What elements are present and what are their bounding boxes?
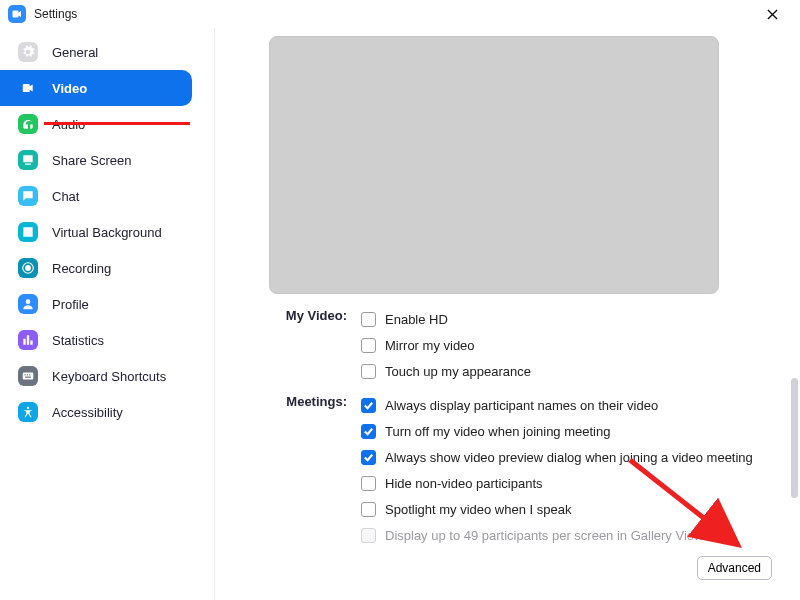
sidebar-item-statistics[interactable]: Statistics bbox=[0, 322, 214, 358]
opt-49-participants: Display up to 49 participants per screen… bbox=[361, 522, 780, 548]
sidebar-item-chat[interactable]: Chat bbox=[0, 178, 214, 214]
advanced-button[interactable]: Advanced bbox=[697, 556, 772, 580]
opt-label: Enable HD bbox=[385, 312, 448, 327]
window-title: Settings bbox=[34, 7, 77, 21]
sidebar-item-label: Recording bbox=[52, 261, 111, 276]
checkbox-unchecked[interactable] bbox=[361, 364, 376, 379]
checkbox-unchecked[interactable] bbox=[361, 502, 376, 517]
group-label: Meetings: bbox=[269, 392, 361, 548]
sidebar-item-video[interactable]: Video bbox=[0, 70, 192, 106]
svg-point-2 bbox=[25, 265, 31, 271]
opt-label: Spotlight my video when I speak bbox=[385, 502, 571, 517]
svg-point-10 bbox=[27, 407, 29, 409]
checkbox-unchecked[interactable] bbox=[361, 312, 376, 327]
svg-rect-6 bbox=[25, 374, 26, 375]
close-button[interactable] bbox=[752, 0, 792, 28]
opt-spotlight-speak[interactable]: Spotlight my video when I speak bbox=[361, 496, 780, 522]
group-meetings: Meetings: Always display participant nam… bbox=[269, 392, 780, 548]
settings-window: Settings General Video Audio Share Scree… bbox=[0, 0, 800, 600]
sidebar-item-virtual-background[interactable]: Virtual Background bbox=[0, 214, 214, 250]
group-my-video: My Video: Enable HD Mirror my video Touc… bbox=[269, 306, 780, 384]
settings-sidebar: General Video Audio Share Screen Chat Vi… bbox=[0, 28, 215, 600]
opt-mirror-video[interactable]: Mirror my video bbox=[361, 332, 780, 358]
opt-hide-non-video[interactable]: Hide non-video participants bbox=[361, 470, 780, 496]
checkbox-checked[interactable] bbox=[361, 398, 376, 413]
checkbox-checked[interactable] bbox=[361, 450, 376, 465]
keyboard-icon bbox=[18, 366, 38, 386]
opt-turn-off-video-join[interactable]: Turn off my video when joining meeting bbox=[361, 418, 780, 444]
sidebar-item-share-screen[interactable]: Share Screen bbox=[0, 142, 214, 178]
sidebar-item-label: Statistics bbox=[52, 333, 104, 348]
scrollbar[interactable] bbox=[791, 378, 798, 498]
group-label: My Video: bbox=[269, 306, 361, 384]
checkbox-disabled bbox=[361, 528, 376, 543]
checkbox-unchecked[interactable] bbox=[361, 338, 376, 353]
video-preview bbox=[269, 36, 719, 294]
sidebar-item-label: Keyboard Shortcuts bbox=[52, 369, 166, 384]
sidebar-item-keyboard-shortcuts[interactable]: Keyboard Shortcuts bbox=[0, 358, 214, 394]
svg-rect-8 bbox=[29, 374, 30, 375]
sidebar-item-label: Accessibility bbox=[52, 405, 123, 420]
opt-label: Display up to 49 participants per screen… bbox=[385, 528, 703, 543]
sidebar-item-label: Share Screen bbox=[52, 153, 132, 168]
sidebar-item-label: Video bbox=[52, 81, 87, 96]
annotation-underline bbox=[44, 122, 190, 125]
share-screen-icon bbox=[18, 150, 38, 170]
svg-point-4 bbox=[26, 299, 31, 304]
accessibility-icon bbox=[18, 402, 38, 422]
opt-label: Touch up my appearance bbox=[385, 364, 531, 379]
settings-main: My Video: Enable HD Mirror my video Touc… bbox=[215, 28, 800, 600]
opt-video-preview-dialog[interactable]: Always show video preview dialog when jo… bbox=[361, 444, 780, 470]
app-logo-icon bbox=[8, 5, 26, 23]
svg-rect-7 bbox=[27, 374, 28, 375]
opt-label: Turn off my video when joining meeting bbox=[385, 424, 610, 439]
opt-label: Mirror my video bbox=[385, 338, 475, 353]
opt-label: Always show video preview dialog when jo… bbox=[385, 450, 753, 465]
recording-icon bbox=[18, 258, 38, 278]
close-icon bbox=[767, 9, 778, 20]
opt-label: Always display participant names on thei… bbox=[385, 398, 658, 413]
sidebar-item-label: Chat bbox=[52, 189, 79, 204]
sidebar-item-label: Profile bbox=[52, 297, 89, 312]
opt-label: Hide non-video participants bbox=[385, 476, 543, 491]
sidebar-item-recording[interactable]: Recording bbox=[0, 250, 214, 286]
statistics-icon bbox=[18, 330, 38, 350]
sidebar-item-accessibility[interactable]: Accessibility bbox=[0, 394, 214, 430]
titlebar: Settings bbox=[0, 0, 800, 28]
virtual-background-icon bbox=[18, 222, 38, 242]
opt-display-participant-names[interactable]: Always display participant names on thei… bbox=[361, 392, 780, 418]
video-icon bbox=[18, 78, 38, 98]
headphones-icon bbox=[18, 114, 38, 134]
svg-rect-9 bbox=[25, 377, 31, 378]
chat-icon bbox=[18, 186, 38, 206]
opt-touch-up[interactable]: Touch up my appearance bbox=[361, 358, 780, 384]
video-settings-groups: My Video: Enable HD Mirror my video Touc… bbox=[269, 306, 780, 556]
sidebar-item-general[interactable]: General bbox=[0, 34, 214, 70]
sidebar-item-profile[interactable]: Profile bbox=[0, 286, 214, 322]
checkbox-unchecked[interactable] bbox=[361, 476, 376, 491]
checkbox-checked[interactable] bbox=[361, 424, 376, 439]
sidebar-item-label: General bbox=[52, 45, 98, 60]
sidebar-item-label: Virtual Background bbox=[52, 225, 162, 240]
opt-enable-hd[interactable]: Enable HD bbox=[361, 306, 780, 332]
profile-icon bbox=[18, 294, 38, 314]
svg-rect-5 bbox=[23, 373, 34, 380]
gear-icon bbox=[18, 42, 38, 62]
